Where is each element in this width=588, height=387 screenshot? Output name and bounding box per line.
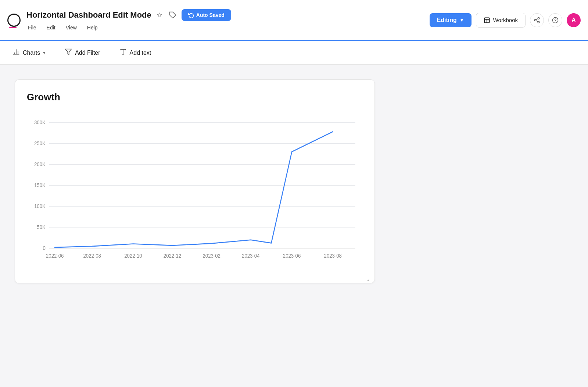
svg-point-6	[534, 19, 536, 21]
user-avatar[interactable]: A	[567, 13, 581, 27]
svg-text:300K: 300K	[34, 119, 46, 125]
charts-chevron-icon: ▾	[43, 50, 46, 55]
avatar-label: A	[571, 17, 576, 24]
svg-text:2022-12: 2022-12	[164, 253, 181, 259]
share-button[interactable]	[530, 13, 544, 27]
svg-point-7	[538, 21, 539, 23]
charts-menu-item[interactable]: Charts ▾	[9, 45, 49, 60]
menu-view[interactable]: View	[64, 24, 78, 31]
svg-text:2023-02: 2023-02	[202, 253, 220, 259]
chart-area: 300K 250K 200K 150K 100K 50K 0 2022-06 2…	[27, 115, 363, 273]
svg-text:50K: 50K	[37, 224, 45, 230]
title-row: Horizontal Dashboard Edit Mode ☆ Auto Sa…	[26, 9, 231, 21]
auto-saved-label: Auto Saved	[196, 12, 225, 18]
tag-button[interactable]	[168, 10, 178, 20]
text-icon	[119, 48, 127, 57]
chart-card: Growth 300K 250K 200K 150K 100K 50K 0	[15, 79, 375, 283]
menu-row: File Edit View Help	[26, 24, 231, 31]
svg-text:2023-08: 2023-08	[324, 253, 342, 259]
svg-rect-1	[484, 18, 490, 23]
add-text-label: Add text	[130, 50, 151, 56]
svg-text:2022-08: 2022-08	[83, 253, 101, 259]
workbook-label: Workbook	[493, 17, 518, 23]
svg-text:2022-06: 2022-06	[46, 253, 64, 259]
app-logo	[7, 14, 21, 27]
chart-title: Growth	[27, 92, 363, 103]
editing-label: Editing	[437, 17, 457, 24]
menu-edit[interactable]: Edit	[45, 24, 57, 31]
chevron-down-icon: ▼	[460, 18, 464, 23]
svg-text:2023-04: 2023-04	[242, 253, 260, 259]
svg-text:200K: 200K	[34, 161, 46, 167]
logo-area	[7, 14, 21, 27]
star-button[interactable]: ☆	[155, 10, 164, 21]
svg-text:150K: 150K	[34, 182, 46, 188]
filter-icon	[65, 48, 72, 57]
add-filter-label: Add Filter	[75, 50, 100, 56]
page-title: Horizontal Dashboard Edit Mode	[26, 10, 151, 20]
svg-line-9	[536, 18, 538, 19]
svg-text:0: 0	[43, 245, 46, 251]
svg-line-8	[536, 21, 538, 22]
growth-chart: 300K 250K 200K 150K 100K 50K 0 2022-06 2…	[27, 115, 363, 273]
resize-handle[interactable]: ⌟	[367, 276, 373, 282]
editing-button[interactable]: Editing ▼	[430, 13, 472, 27]
svg-text:2022-10: 2022-10	[124, 253, 142, 259]
top-bar: Horizontal Dashboard Edit Mode ☆ Auto Sa…	[0, 0, 588, 41]
auto-saved-button[interactable]: Auto Saved	[182, 9, 231, 21]
chart-icon	[12, 48, 20, 57]
add-filter-item[interactable]: Add Filter	[61, 45, 104, 60]
toolbar: Charts ▾ Add Filter Add text	[0, 41, 588, 65]
svg-text:2023-06: 2023-06	[283, 253, 301, 259]
add-text-item[interactable]: Add text	[116, 45, 155, 60]
svg-text:100K: 100K	[34, 203, 46, 209]
main-content: Growth 300K 250K 200K 150K 100K 50K 0	[0, 65, 588, 387]
workbook-button[interactable]: Workbook	[476, 13, 526, 28]
svg-point-5	[538, 17, 539, 19]
menu-file[interactable]: File	[26, 24, 38, 31]
right-controls: Editing ▼ Workbook	[430, 13, 581, 28]
menu-help[interactable]: Help	[86, 24, 99, 31]
charts-label: Charts	[23, 50, 40, 56]
svg-marker-16	[65, 49, 72, 55]
help-button[interactable]	[548, 13, 562, 27]
svg-text:250K: 250K	[34, 140, 46, 146]
title-section: Horizontal Dashboard Edit Mode ☆ Auto Sa…	[26, 9, 231, 31]
